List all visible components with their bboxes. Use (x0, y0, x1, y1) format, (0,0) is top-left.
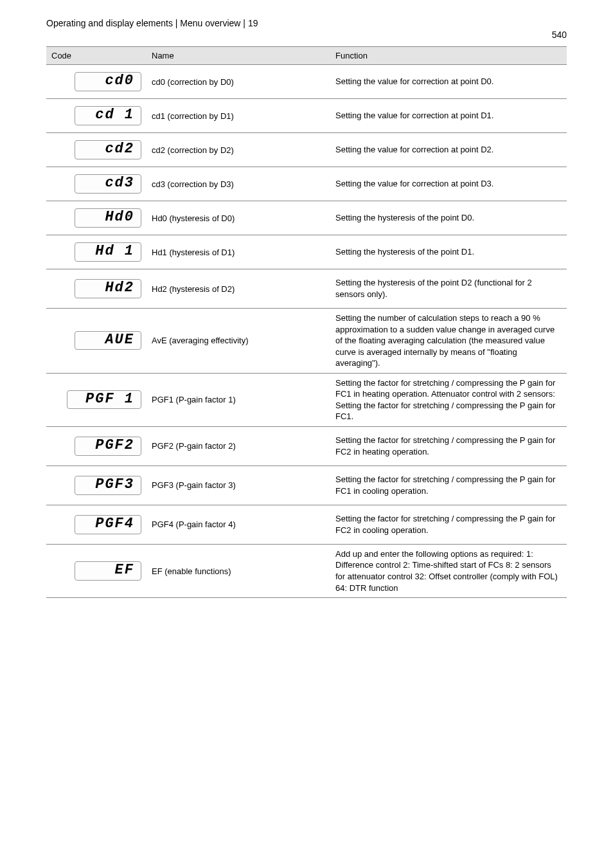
cell-code: cd2 (46, 133, 147, 167)
cell-code: PGF4 (46, 505, 147, 544)
table-row: Hd 1Hd1 (hysteresis of D1)Setting the hy… (46, 235, 567, 269)
breadcrumb: Operating and display elements | Menu ov… (46, 18, 567, 28)
cell-function: Setting the factor for stretching / comp… (330, 426, 567, 466)
table-row: Hd2Hd2 (hysteresis of D2)Setting the hys… (46, 269, 567, 309)
cell-code: Hd2 (46, 269, 147, 309)
cell-name: PGF4 (P-gain factor 4) (147, 505, 330, 544)
table-row: EFEF (enable functions)Add up and enter … (46, 544, 567, 597)
table-row: AUEAvE (averaging effectivity)Setting th… (46, 309, 567, 374)
table-row: PGF4PGF4 (P-gain factor 4)Setting the fa… (46, 505, 567, 544)
cell-function: Setting the hysteresis of the point D2 (… (330, 269, 567, 309)
lcd-display-icon: PGF 1 (67, 390, 141, 409)
cell-function: Add up and enter the following options a… (330, 544, 567, 597)
cell-code: EF (46, 544, 147, 597)
table-row: cd2cd2 (correction by D2)Setting the val… (46, 133, 567, 167)
cell-function: Setting the value for correction at poin… (330, 167, 567, 201)
table-row: PGF2PGF2 (P-gain factor 2)Setting the fa… (46, 426, 567, 466)
cell-code: PGF 1 (46, 373, 147, 426)
cell-code: PGF2 (46, 426, 147, 466)
cell-function: Setting the value for correction at poin… (330, 99, 567, 133)
cell-name: AvE (averaging effectivity) (147, 309, 330, 374)
cell-code: AUE (46, 309, 147, 374)
cell-name: cd0 (correction by D0) (147, 65, 330, 99)
cell-code: Hd0 (46, 201, 147, 235)
table-row: PGF3PGF3 (P-gain factor 3)Setting the fa… (46, 466, 567, 505)
cell-name: PGF3 (P-gain factor 3) (147, 466, 330, 505)
col-header-function: Function (330, 47, 567, 65)
lcd-display-icon: cd3 (75, 174, 141, 193)
cell-code: cd3 (46, 167, 147, 201)
cell-function: Setting the value for correction at poin… (330, 133, 567, 167)
table-row: cd3cd3 (correction by D3)Setting the val… (46, 167, 567, 201)
cell-name: PGF2 (P-gain factor 2) (147, 426, 330, 466)
lcd-display-icon: Hd0 (75, 208, 141, 227)
cell-name: Hd1 (hysteresis of D1) (147, 235, 330, 269)
cell-function: Setting the hysteresis of the point D0. (330, 201, 567, 235)
cell-code: cd 1 (46, 99, 147, 133)
lcd-display-icon: EF (75, 561, 141, 580)
lcd-display-icon: cd2 (75, 140, 141, 159)
lcd-display-icon: cd0 (75, 72, 141, 91)
cell-code: Hd 1 (46, 235, 147, 269)
cell-function: Setting the number of calculation steps … (330, 309, 567, 374)
cell-code: cd0 (46, 65, 147, 99)
cell-name: cd2 (correction by D2) (147, 133, 330, 167)
cell-name: PGF1 (P-gain factor 1) (147, 373, 330, 426)
cell-code: PGF3 (46, 466, 147, 505)
lcd-display-icon: PGF3 (75, 476, 141, 494)
cell-function: Setting the factor for stretching / comp… (330, 373, 567, 426)
table-row: cd0cd0 (correction by D0)Setting the val… (46, 65, 567, 99)
parameter-table: Code Name Function cd0cd0 (correction by… (46, 46, 567, 598)
col-header-code: Code (46, 47, 147, 65)
lcd-display-icon: PGF4 (75, 515, 141, 534)
lcd-display-icon: PGF2 (75, 437, 141, 455)
cell-name: cd3 (correction by D3) (147, 167, 330, 201)
lcd-display-icon: cd 1 (75, 106, 141, 125)
cell-function: Setting the value for correction at poin… (330, 65, 567, 99)
table-row: PGF 1PGF1 (P-gain factor 1)Setting the f… (46, 373, 567, 426)
col-header-name: Name (147, 47, 330, 65)
lcd-display-icon: Hd2 (75, 279, 141, 298)
table-row: cd 1cd1 (correction by D1)Setting the va… (46, 99, 567, 133)
lcd-display-icon: Hd 1 (75, 242, 141, 261)
cell-function: Setting the hysteresis of the point D1. (330, 235, 567, 269)
cell-function: Setting the factor for stretching / comp… (330, 466, 567, 505)
cell-function: Setting the factor for stretching / comp… (330, 505, 567, 544)
lcd-display-icon: AUE (75, 331, 141, 350)
cell-name: Hd2 (hysteresis of D2) (147, 269, 330, 309)
table-row: Hd0Hd0 (hysteresis of D0)Setting the hys… (46, 201, 567, 235)
cell-name: cd1 (correction by D1) (147, 99, 330, 133)
cell-name: Hd0 (hysteresis of D0) (147, 201, 330, 235)
page-number: 540 (46, 30, 567, 40)
cell-name: EF (enable functions) (147, 544, 330, 597)
